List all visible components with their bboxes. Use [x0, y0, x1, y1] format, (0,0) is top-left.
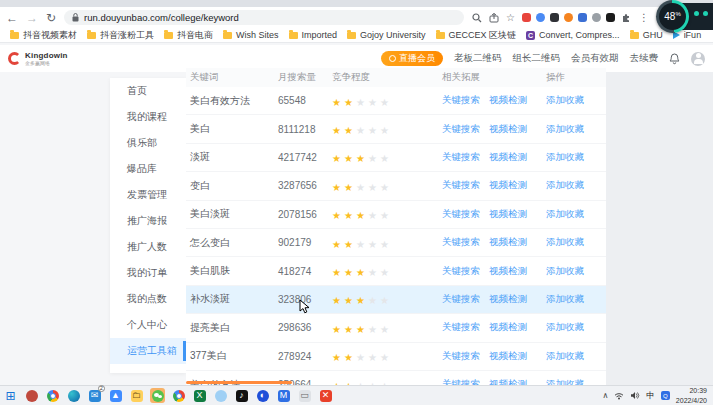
video-check-link[interactable]: 视频检测	[489, 293, 527, 306]
extension-icon[interactable]	[592, 13, 601, 22]
app-blue-mountain-icon[interactable]: ▲	[108, 388, 123, 403]
keyword-search-link[interactable]: 关键搜索	[442, 123, 480, 136]
bookmark-item[interactable]: 抖音涨粉工具	[82, 29, 159, 42]
sidebar-item[interactable]: 推广人数	[110, 234, 186, 260]
add-favorite-link[interactable]: 添加收藏	[546, 208, 584, 221]
keyword-search-link[interactable]: 关键搜索	[442, 293, 480, 306]
volume-icon[interactable]	[630, 391, 640, 400]
extension-icon[interactable]	[550, 13, 559, 22]
add-favorite-link[interactable]: 添加收藏	[546, 350, 584, 363]
keyword-search-link[interactable]: 关键搜索	[442, 350, 480, 363]
bookmark-item[interactable]: GHU	[625, 30, 668, 40]
browser-menu-icon[interactable]: ⋮	[639, 12, 649, 23]
add-favorite-link[interactable]: 添加收藏	[546, 94, 584, 107]
live-member-badge[interactable]: 直播会员	[381, 51, 443, 66]
back-button[interactable]: ←	[6, 12, 18, 24]
sidebar-item[interactable]: 爆品库	[110, 156, 186, 182]
keyword-search-link[interactable]: 关键搜索	[442, 265, 480, 278]
keyword-search-link[interactable]: 关键搜索	[442, 236, 480, 249]
app-blue-m-icon[interactable]: M	[276, 388, 291, 403]
sidebar-item[interactable]: 我的订单	[110, 260, 186, 286]
leader-qrcode-link[interactable]: 组长二维码	[513, 52, 561, 65]
address-bar[interactable]: run.douyunbao.com/college/keyword	[64, 10, 464, 25]
keyword-search-link[interactable]: 关键搜索	[442, 208, 480, 221]
add-favorite-link[interactable]: 添加收藏	[546, 236, 584, 249]
app-red-icon[interactable]	[24, 388, 39, 403]
add-favorite-link[interactable]: 添加收藏	[546, 179, 584, 192]
bookmark-item[interactable]: GECCEX 区块链	[431, 29, 522, 42]
mail-icon[interactable]: ✉2	[87, 388, 102, 403]
site-logo[interactable]: Kingdowin 金多赢网络	[8, 52, 68, 66]
renew-link[interactable]: 去续费	[630, 52, 659, 65]
tiktok-icon[interactable]: ♪	[234, 388, 249, 403]
sidebar-item[interactable]: 我的课程	[110, 104, 186, 130]
chrome-window-icon[interactable]	[171, 388, 186, 403]
add-favorite-link[interactable]: 添加收藏	[546, 123, 584, 136]
extension-icon[interactable]	[522, 13, 531, 22]
extension-icon[interactable]	[578, 13, 587, 22]
horizontal-scrollbar[interactable]	[186, 381, 292, 384]
table-row[interactable]: 变白3287656★★★★★关键搜索视频检测添加收藏	[186, 172, 606, 200]
keyword-search-link[interactable]: 关键搜索	[442, 378, 480, 385]
bookmark-item[interactable]: 抖音电商	[159, 29, 218, 42]
table-row[interactable]: 美白淡斑2078156★★★★★关键搜索视频检测添加收藏	[186, 201, 606, 229]
add-favorite-link[interactable]: 添加收藏	[546, 378, 584, 385]
bell-icon[interactable]	[669, 53, 680, 65]
boss-qrcode-link[interactable]: 老板二维码	[454, 52, 502, 65]
bookmark-item[interactable]: Wish Sites	[218, 30, 284, 40]
keyword-search-link[interactable]: 关键搜索	[442, 94, 480, 107]
app-gray-icon[interactable]: ▭	[297, 388, 312, 403]
keyword-search-link[interactable]: 关键搜索	[442, 321, 480, 334]
add-favorite-link[interactable]: 添加收藏	[546, 321, 584, 334]
extension-icon[interactable]	[606, 13, 615, 22]
extension-icon[interactable]	[564, 13, 573, 22]
recorder-progress-ring[interactable]: 48%	[656, 0, 689, 33]
bookmark-item[interactable]: 抖音视频素材	[5, 29, 82, 42]
video-check-link[interactable]: 视频检测	[489, 265, 527, 278]
sidebar-item[interactable]: 发票管理	[110, 182, 186, 208]
video-check-link[interactable]: 视频检测	[489, 321, 527, 334]
wechat-icon[interactable]	[150, 388, 165, 403]
start-button[interactable]: ⊞	[3, 388, 18, 403]
file-explorer-icon[interactable]: 🗀	[129, 388, 144, 403]
extensions-puzzle-icon[interactable]	[622, 13, 632, 23]
keyword-search-link[interactable]: 关键搜索	[442, 151, 480, 164]
sidebar-item[interactable]: 个人中心	[110, 312, 186, 338]
bookmark-item[interactable]: Gojoy University	[342, 30, 431, 40]
add-favorite-link[interactable]: 添加收藏	[546, 293, 584, 306]
video-check-link[interactable]: 视频检测	[489, 94, 527, 107]
sidebar-item[interactable]: 运营工具箱	[110, 338, 186, 364]
bookmark-item[interactable]: CConvert, Compres...	[521, 30, 625, 40]
ime-indicator[interactable]: 中	[646, 390, 655, 402]
table-row[interactable]: 淡斑4217742★★★★★关键搜索视频检测添加收藏	[186, 144, 606, 172]
video-check-link[interactable]: 视频检测	[489, 378, 527, 385]
sidebar-item[interactable]: 我的点数	[110, 286, 186, 312]
user-avatar[interactable]	[691, 52, 705, 66]
sidebar-item[interactable]: 推广海报	[110, 208, 186, 234]
video-check-link[interactable]: 视频检测	[489, 208, 527, 221]
extension-icon[interactable]	[536, 13, 545, 22]
sidebar-item[interactable]: 俱乐部	[110, 130, 186, 156]
video-check-link[interactable]: 视频检测	[489, 123, 527, 136]
zoom-icon[interactable]	[472, 13, 482, 23]
bookmark-item[interactable]: Imported	[284, 30, 343, 40]
edge-icon[interactable]	[66, 388, 81, 403]
tray-chevron-icon[interactable]: ∧	[602, 391, 608, 400]
share-icon[interactable]	[489, 13, 499, 23]
bookmark-star-icon[interactable]: ☆	[506, 12, 515, 23]
app-red-x-icon[interactable]: ✕	[318, 388, 333, 403]
app-lightblue-icon[interactable]	[213, 388, 228, 403]
taskbar-clock[interactable]: 20:39 2022/4/20	[676, 386, 707, 404]
table-row[interactable]: 美白有效方法65548★★★★★关键搜索视频检测添加收藏	[186, 87, 606, 115]
table-row[interactable]: 补水淡斑323806★★★★★关键搜索视频检测添加收藏	[186, 286, 606, 314]
reload-button[interactable]: ↻	[46, 12, 56, 24]
video-check-link[interactable]: 视频检测	[489, 151, 527, 164]
video-check-link[interactable]: 视频检测	[489, 179, 527, 192]
add-favorite-link[interactable]: 添加收藏	[546, 151, 584, 164]
app-navy-icon[interactable]: ◐	[255, 388, 270, 403]
table-row[interactable]: 怎么变白902179★★★★★关键搜索视频检测添加收藏	[186, 229, 606, 257]
network-icon[interactable]	[614, 392, 624, 400]
member-validity-link[interactable]: 会员有效期	[571, 52, 619, 65]
forward-button[interactable]: →	[26, 12, 38, 24]
sidebar-item[interactable]: 首页	[110, 78, 186, 104]
